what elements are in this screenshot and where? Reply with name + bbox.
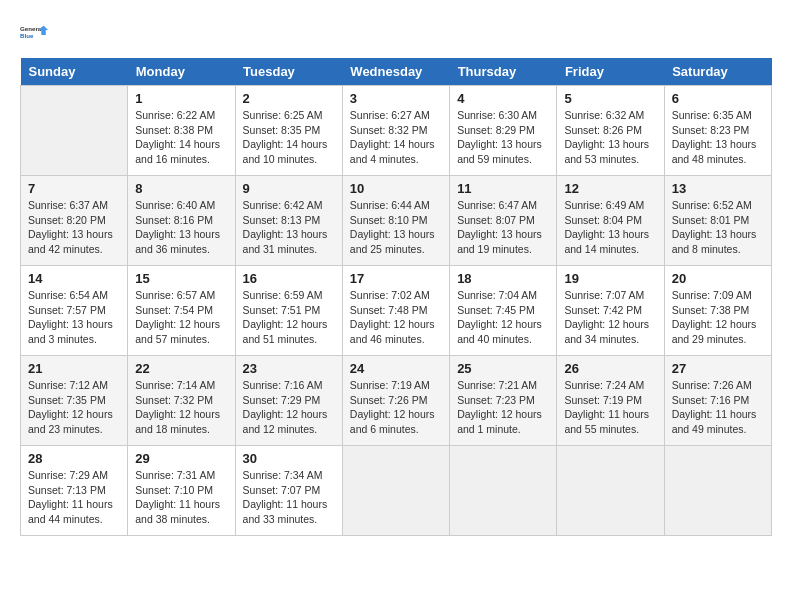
calendar-cell: 30Sunrise: 7:34 AM Sunset: 7:07 PM Dayli… [235,446,342,536]
calendar-cell: 29Sunrise: 7:31 AM Sunset: 7:10 PM Dayli… [128,446,235,536]
day-number: 1 [135,91,227,106]
day-info: Sunrise: 6:40 AM Sunset: 8:16 PM Dayligh… [135,198,227,257]
logo: General Blue [20,20,48,48]
calendar-cell: 21Sunrise: 7:12 AM Sunset: 7:35 PM Dayli… [21,356,128,446]
calendar-cell: 20Sunrise: 7:09 AM Sunset: 7:38 PM Dayli… [664,266,771,356]
calendar-cell [342,446,449,536]
calendar-table: SundayMondayTuesdayWednesdayThursdayFrid… [20,58,772,536]
day-number: 6 [672,91,764,106]
day-info: Sunrise: 7:31 AM Sunset: 7:10 PM Dayligh… [135,468,227,527]
day-number: 18 [457,271,549,286]
weekday-header-saturday: Saturday [664,58,771,86]
day-number: 7 [28,181,120,196]
weekday-header-monday: Monday [128,58,235,86]
calendar-cell: 6Sunrise: 6:35 AM Sunset: 8:23 PM Daylig… [664,86,771,176]
day-number: 11 [457,181,549,196]
calendar-cell [21,86,128,176]
calendar-cell: 27Sunrise: 7:26 AM Sunset: 7:16 PM Dayli… [664,356,771,446]
day-number: 16 [243,271,335,286]
day-info: Sunrise: 7:14 AM Sunset: 7:32 PM Dayligh… [135,378,227,437]
day-info: Sunrise: 7:29 AM Sunset: 7:13 PM Dayligh… [28,468,120,527]
day-info: Sunrise: 6:25 AM Sunset: 8:35 PM Dayligh… [243,108,335,167]
page-header: General Blue [20,20,772,48]
day-info: Sunrise: 7:16 AM Sunset: 7:29 PM Dayligh… [243,378,335,437]
day-number: 22 [135,361,227,376]
day-number: 21 [28,361,120,376]
calendar-cell: 8Sunrise: 6:40 AM Sunset: 8:16 PM Daylig… [128,176,235,266]
calendar-cell: 14Sunrise: 6:54 AM Sunset: 7:57 PM Dayli… [21,266,128,356]
calendar-cell: 10Sunrise: 6:44 AM Sunset: 8:10 PM Dayli… [342,176,449,266]
day-number: 9 [243,181,335,196]
calendar-cell [450,446,557,536]
day-number: 2 [243,91,335,106]
day-info: Sunrise: 6:44 AM Sunset: 8:10 PM Dayligh… [350,198,442,257]
day-number: 26 [564,361,656,376]
calendar-cell: 1Sunrise: 6:22 AM Sunset: 8:38 PM Daylig… [128,86,235,176]
svg-text:Blue: Blue [20,32,34,39]
day-number: 20 [672,271,764,286]
day-info: Sunrise: 7:26 AM Sunset: 7:16 PM Dayligh… [672,378,764,437]
calendar-cell: 22Sunrise: 7:14 AM Sunset: 7:32 PM Dayli… [128,356,235,446]
calendar-cell: 28Sunrise: 7:29 AM Sunset: 7:13 PM Dayli… [21,446,128,536]
day-info: Sunrise: 7:07 AM Sunset: 7:42 PM Dayligh… [564,288,656,347]
day-number: 29 [135,451,227,466]
calendar-cell: 9Sunrise: 6:42 AM Sunset: 8:13 PM Daylig… [235,176,342,266]
day-number: 13 [672,181,764,196]
day-info: Sunrise: 6:37 AM Sunset: 8:20 PM Dayligh… [28,198,120,257]
calendar-cell [557,446,664,536]
day-info: Sunrise: 7:21 AM Sunset: 7:23 PM Dayligh… [457,378,549,437]
day-info: Sunrise: 6:49 AM Sunset: 8:04 PM Dayligh… [564,198,656,257]
day-number: 17 [350,271,442,286]
day-info: Sunrise: 7:04 AM Sunset: 7:45 PM Dayligh… [457,288,549,347]
day-info: Sunrise: 7:24 AM Sunset: 7:19 PM Dayligh… [564,378,656,437]
day-info: Sunrise: 7:34 AM Sunset: 7:07 PM Dayligh… [243,468,335,527]
day-info: Sunrise: 6:54 AM Sunset: 7:57 PM Dayligh… [28,288,120,347]
weekday-header-wednesday: Wednesday [342,58,449,86]
calendar-cell: 26Sunrise: 7:24 AM Sunset: 7:19 PM Dayli… [557,356,664,446]
day-info: Sunrise: 6:22 AM Sunset: 8:38 PM Dayligh… [135,108,227,167]
day-info: Sunrise: 6:52 AM Sunset: 8:01 PM Dayligh… [672,198,764,257]
day-info: Sunrise: 6:27 AM Sunset: 8:32 PM Dayligh… [350,108,442,167]
calendar-cell: 4Sunrise: 6:30 AM Sunset: 8:29 PM Daylig… [450,86,557,176]
day-number: 19 [564,271,656,286]
day-number: 8 [135,181,227,196]
logo-icon: General Blue [20,20,48,48]
day-info: Sunrise: 6:30 AM Sunset: 8:29 PM Dayligh… [457,108,549,167]
day-info: Sunrise: 6:42 AM Sunset: 8:13 PM Dayligh… [243,198,335,257]
weekday-header-thursday: Thursday [450,58,557,86]
calendar-cell: 15Sunrise: 6:57 AM Sunset: 7:54 PM Dayli… [128,266,235,356]
day-number: 24 [350,361,442,376]
day-number: 10 [350,181,442,196]
weekday-header-friday: Friday [557,58,664,86]
day-number: 3 [350,91,442,106]
day-number: 14 [28,271,120,286]
day-info: Sunrise: 6:59 AM Sunset: 7:51 PM Dayligh… [243,288,335,347]
calendar-cell: 25Sunrise: 7:21 AM Sunset: 7:23 PM Dayli… [450,356,557,446]
day-number: 23 [243,361,335,376]
day-number: 4 [457,91,549,106]
day-number: 5 [564,91,656,106]
day-info: Sunrise: 6:57 AM Sunset: 7:54 PM Dayligh… [135,288,227,347]
day-number: 12 [564,181,656,196]
day-info: Sunrise: 7:09 AM Sunset: 7:38 PM Dayligh… [672,288,764,347]
calendar-cell: 17Sunrise: 7:02 AM Sunset: 7:48 PM Dayli… [342,266,449,356]
calendar-cell: 24Sunrise: 7:19 AM Sunset: 7:26 PM Dayli… [342,356,449,446]
calendar-cell: 2Sunrise: 6:25 AM Sunset: 8:35 PM Daylig… [235,86,342,176]
day-info: Sunrise: 7:19 AM Sunset: 7:26 PM Dayligh… [350,378,442,437]
svg-text:General: General [20,25,43,32]
day-info: Sunrise: 6:35 AM Sunset: 8:23 PM Dayligh… [672,108,764,167]
day-info: Sunrise: 7:12 AM Sunset: 7:35 PM Dayligh… [28,378,120,437]
day-info: Sunrise: 7:02 AM Sunset: 7:48 PM Dayligh… [350,288,442,347]
calendar-cell: 19Sunrise: 7:07 AM Sunset: 7:42 PM Dayli… [557,266,664,356]
calendar-cell: 5Sunrise: 6:32 AM Sunset: 8:26 PM Daylig… [557,86,664,176]
day-number: 27 [672,361,764,376]
day-number: 28 [28,451,120,466]
day-number: 30 [243,451,335,466]
calendar-cell: 13Sunrise: 6:52 AM Sunset: 8:01 PM Dayli… [664,176,771,266]
calendar-cell: 11Sunrise: 6:47 AM Sunset: 8:07 PM Dayli… [450,176,557,266]
weekday-header-tuesday: Tuesday [235,58,342,86]
weekday-header-sunday: Sunday [21,58,128,86]
calendar-cell: 12Sunrise: 6:49 AM Sunset: 8:04 PM Dayli… [557,176,664,266]
calendar-cell [664,446,771,536]
day-info: Sunrise: 6:32 AM Sunset: 8:26 PM Dayligh… [564,108,656,167]
